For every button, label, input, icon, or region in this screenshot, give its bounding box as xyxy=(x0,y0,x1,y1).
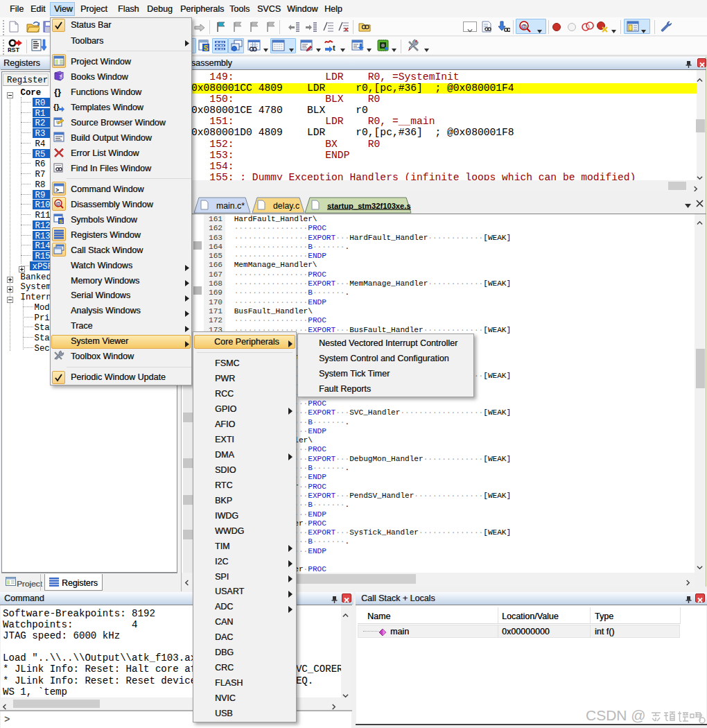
svg-text:@: @ xyxy=(55,200,60,207)
svg-text:{}: {} xyxy=(53,103,60,111)
svg-text:S: S xyxy=(204,44,209,52)
svg-text:>_: >_ xyxy=(55,187,63,194)
svg-text:main.c*: main.c* xyxy=(216,201,245,211)
svg-text:RST: RST xyxy=(8,46,19,53)
svg-text:{}: {} xyxy=(54,87,61,97)
svg-text:?: ? xyxy=(59,74,62,80)
svg-text:S: S xyxy=(59,218,63,225)
svg-text:t: t xyxy=(333,44,335,52)
svg-text:@: @ xyxy=(521,23,527,30)
svg-text:delay.c: delay.c xyxy=(273,201,299,211)
svg-text:startup_stm32f103xe.s: startup_stm32f103xe.s xyxy=(327,202,411,210)
